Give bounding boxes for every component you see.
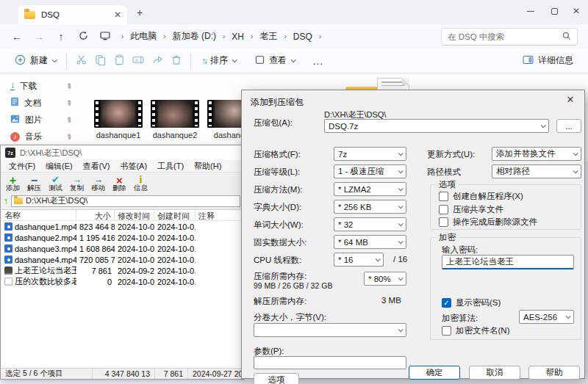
table-row[interactable]: 压的次数比较多老... 0 2024-10-0... 2024-10-0... bbox=[1, 276, 243, 287]
search-input[interactable]: 在 DSQ 中搜索 bbox=[441, 28, 578, 46]
help-button[interactable]: 帮助 bbox=[528, 366, 580, 380]
word-size-combo[interactable]: * 32 bbox=[334, 217, 406, 231]
cpu-threads-max: / 16 bbox=[393, 255, 407, 264]
dialog-title: 添加到压缩包 bbox=[251, 96, 304, 109]
sevenzip-file-list: 名称 大小 修改时间 创建时间 注释 dashanque1.mp4 823 46… bbox=[1, 209, 243, 368]
memory-usage-combo[interactable]: * 80% bbox=[364, 272, 406, 286]
dialog-close-button[interactable]: ✕ bbox=[562, 94, 578, 107]
options-button[interactable]: 选项 bbox=[254, 373, 299, 384]
sidebar-item-documents[interactable]: 文档 ✎ bbox=[10, 95, 76, 111]
chevron-down-icon bbox=[376, 256, 381, 261]
update-mode-combo[interactable]: 添加并替换文件 bbox=[492, 147, 581, 161]
thumbnail-frame bbox=[158, 100, 192, 128]
up-icon[interactable]: ↑ bbox=[50, 31, 72, 43]
extract-button[interactable]: − 解压 bbox=[24, 173, 45, 194]
maximize-button[interactable] bbox=[542, 0, 566, 22]
breadcrumb-dsq[interactable]: DSQ bbox=[289, 30, 317, 43]
copy-button[interactable]: → 复制 bbox=[66, 173, 87, 194]
archive-name-combo[interactable]: DSQ.7z bbox=[324, 119, 549, 133]
move-button[interactable]: → 移动 bbox=[87, 173, 109, 194]
column-created[interactable]: 创建时间 bbox=[154, 210, 196, 220]
delete-icon[interactable] bbox=[167, 54, 186, 68]
sfx-checkbox[interactable]: 创建自解压程序(X) bbox=[439, 191, 523, 202]
add-button[interactable]: + 添加 bbox=[2, 173, 24, 194]
view-button[interactable]: 查看 bbox=[249, 51, 301, 70]
cancel-button[interactable]: 取消 bbox=[469, 366, 520, 380]
shared-files-checkbox[interactable]: 压缩共享文件 bbox=[439, 204, 503, 215]
info-button[interactable]: i 信息 bbox=[130, 173, 151, 194]
minimize-button[interactable] bbox=[519, 0, 542, 22]
solid-block-combo[interactable]: * 64 MB bbox=[334, 235, 406, 249]
table-row[interactable]: dashanque4.mp4 720 085 7... 2024-10-0...… bbox=[1, 254, 243, 265]
copy-icon[interactable] bbox=[90, 54, 110, 68]
chevron-right-icon: › bbox=[318, 32, 322, 40]
ok-button[interactable]: 确定 bbox=[409, 366, 460, 380]
forward-icon[interactable]: → bbox=[28, 31, 50, 43]
video-thumbnail[interactable] bbox=[151, 100, 199, 128]
video-thumbnail[interactable] bbox=[94, 100, 143, 128]
column-size[interactable]: 大小 bbox=[76, 210, 115, 220]
sidebar-item-pictures[interactable]: 图片 ✎ bbox=[10, 112, 76, 128]
sort-button[interactable]: ↑↓ 排序 bbox=[196, 51, 242, 70]
format-combo[interactable]: 7z bbox=[334, 147, 406, 161]
paste-icon[interactable] bbox=[110, 54, 129, 68]
menu-help[interactable]: 帮助(H) bbox=[189, 161, 226, 172]
browse-button[interactable]: ... bbox=[556, 119, 581, 133]
encryption-method-combo[interactable]: AES-256 bbox=[519, 310, 574, 324]
menu-view[interactable]: 查看(V) bbox=[78, 161, 115, 172]
new-tab-button[interactable]: + bbox=[137, 7, 143, 18]
delete-after-checkbox[interactable]: 操作完成后删除源文件 bbox=[439, 217, 537, 228]
volume-size-combo[interactable] bbox=[254, 323, 406, 337]
column-modified[interactable]: 修改时间 bbox=[115, 210, 154, 220]
sidebar-item-music[interactable]: ♪ 音乐 ✎ bbox=[10, 128, 76, 145]
breadcrumb-laowang[interactable]: 老王 bbox=[255, 29, 282, 44]
cpu-threads-combo[interactable]: * 16 bbox=[334, 253, 384, 267]
sidebar-item-downloads[interactable]: ↓ 下载 ✎ bbox=[10, 78, 76, 94]
parameters-input[interactable] bbox=[254, 356, 406, 369]
dictionary-combo[interactable]: * 256 KB bbox=[334, 200, 406, 214]
file-name: dashanque2.mp4 bbox=[15, 233, 76, 242]
refresh-icon[interactable] bbox=[72, 31, 94, 43]
archive-label: 压缩包(A): bbox=[254, 117, 293, 128]
method-combo[interactable]: * LZMA2 bbox=[334, 182, 406, 196]
back-icon[interactable]: ← bbox=[6, 31, 28, 43]
address-combo[interactable]: D:\XH\老王\DSQ\ bbox=[11, 195, 240, 207]
details-pane-button[interactable]: 详细信息 bbox=[517, 51, 579, 70]
menu-edit[interactable]: 编辑(E) bbox=[40, 161, 78, 172]
sevenzip-title-bar[interactable]: 7z D:\XH\老王\DSQ\ bbox=[1, 145, 243, 160]
encrypt-filenames-checkbox[interactable]: 加密文件名(N) bbox=[442, 325, 509, 336]
breadcrumb-drive-d[interactable]: 新加卷 (D:) bbox=[168, 29, 220, 44]
column-comment[interactable]: 注释 bbox=[196, 210, 243, 220]
up-one-level-icon[interactable]: ↑ bbox=[4, 196, 8, 206]
table-row[interactable]: dashanque1.mp4 823 464 8... 2024-10-0...… bbox=[1, 221, 243, 232]
new-button[interactable]: 新建 bbox=[9, 51, 62, 70]
more-options-icon[interactable]: … bbox=[312, 54, 324, 67]
tab-close-icon[interactable]: ✕ bbox=[114, 10, 121, 19]
menu-file[interactable]: 文件(F) bbox=[4, 161, 40, 172]
notepad-file-icon bbox=[4, 267, 12, 275]
menu-tools[interactable]: 工具(T) bbox=[152, 161, 189, 172]
password-input[interactable]: 上老王论坛当老王 bbox=[442, 255, 574, 269]
window-close-button[interactable]: ✕ bbox=[564, 0, 588, 22]
method-value: * LZMA2 bbox=[338, 185, 398, 194]
menu-bookmarks[interactable]: 书签(A) bbox=[115, 161, 152, 172]
mp4-file-icon bbox=[4, 244, 12, 253]
breadcrumb-this-pc[interactable]: 此电脑 bbox=[126, 29, 161, 44]
test-button[interactable]: ✔ 测试 bbox=[45, 173, 66, 194]
new-plus-icon bbox=[15, 54, 26, 68]
file-size: 0 bbox=[76, 278, 115, 286]
table-row[interactable]: dashanque2.mp4 1 195 416 ... 2024-10-0..… bbox=[1, 232, 243, 243]
rename-icon[interactable]: A bbox=[129, 54, 148, 68]
level-combo[interactable]: 1 - 极速压缩 bbox=[334, 164, 406, 178]
share-icon[interactable] bbox=[148, 54, 167, 68]
table-row[interactable]: dashanque3.mp4 1 608 864 ... 2024-10-0..… bbox=[1, 243, 243, 254]
show-password-checkbox[interactable]: ✓ 显示密码(S) bbox=[442, 297, 501, 308]
delete-button[interactable]: × 删除 bbox=[109, 173, 130, 194]
table-row[interactable]: 上老王论坛当老王... 7 861 2024-09-2... 2024-10-0… bbox=[1, 265, 243, 276]
column-name[interactable]: 名称 bbox=[1, 210, 76, 220]
explorer-tab-dsq[interactable]: DSQ ✕ bbox=[18, 5, 127, 24]
path-mode-combo[interactable]: 相对路径 bbox=[492, 164, 581, 178]
breadcrumb-xh[interactable]: XH bbox=[227, 30, 248, 43]
cut-icon[interactable] bbox=[71, 54, 90, 68]
chevron-down-icon bbox=[398, 203, 404, 209]
